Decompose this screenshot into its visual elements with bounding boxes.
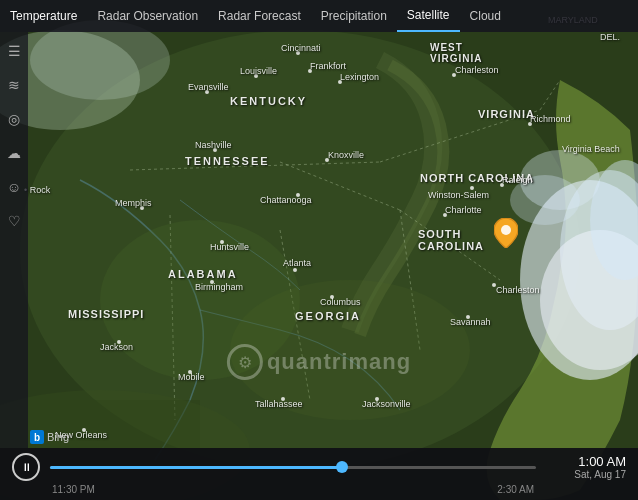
city-dot-charleston-sc — [492, 283, 496, 287]
city-dot-tallahassee — [281, 397, 285, 401]
nav-radar-forecast[interactable]: Radar Forecast — [208, 0, 311, 32]
sidebar-face-icon[interactable]: ☺ — [3, 176, 25, 198]
city-dot-charleston — [452, 73, 456, 77]
svg-point-22 — [501, 225, 511, 235]
nav-satellite[interactable]: Satellite — [397, 0, 460, 32]
city-dot-richmond — [528, 122, 532, 126]
city-dot-jackson — [117, 340, 121, 344]
city-dot-lexington — [338, 80, 342, 84]
nav-precipitation[interactable]: Precipitation — [311, 0, 397, 32]
city-dot-louisville — [254, 74, 258, 78]
timeline-track[interactable] — [50, 466, 536, 469]
city-dot-evansville — [205, 90, 209, 94]
city-dot-memphis — [140, 206, 144, 210]
top-nav: Temperature Radar Observation Radar Fore… — [0, 0, 638, 32]
city-dot-savannah — [466, 315, 470, 319]
sidebar-favorite-icon[interactable]: ♡ — [3, 210, 25, 232]
play-pause-button[interactable]: ⏸ — [12, 453, 40, 481]
time-info: 1:00 AM Sat, Aug 17 — [546, 454, 626, 480]
nav-cloud[interactable]: Cloud — [460, 0, 511, 32]
svg-point-7 — [510, 175, 580, 225]
city-dot-cincinnati — [296, 51, 300, 55]
nav-temperature[interactable]: Temperature — [0, 0, 87, 32]
watermark: ⚙ quantrimang — [227, 344, 411, 380]
nav-radar-observation[interactable]: Radar Observation — [87, 0, 208, 32]
current-time-display: 1:00 AM — [546, 454, 626, 469]
sidebar-layers-icon[interactable]: ≋ — [3, 74, 25, 96]
city-dot-winstonsalem — [470, 186, 474, 190]
city-dot-frankfort — [308, 69, 312, 73]
city-dot-mobile — [188, 370, 192, 374]
current-date-display: Sat, Aug 17 — [546, 469, 626, 480]
city-dot-jacksonville — [375, 397, 379, 401]
city-dot-birmingham — [210, 280, 214, 284]
sidebar-menu-icon[interactable]: ☰ — [3, 40, 25, 62]
timeline-thumb[interactable] — [336, 461, 348, 473]
bing-logo-icon: b — [30, 430, 44, 444]
city-dot-charlotte — [443, 213, 447, 217]
timeline-labels: 11:30 PM 2:30 AM — [12, 484, 626, 495]
city-dot-nashville — [213, 148, 217, 152]
timeline-fill — [50, 466, 342, 469]
sidebar-target-icon[interactable]: ◎ — [3, 108, 25, 130]
city-dot-columbus — [330, 295, 334, 299]
svg-point-9 — [30, 20, 170, 100]
location-pin[interactable] — [494, 218, 518, 252]
city-dot-raleigh — [500, 183, 504, 187]
timeline-container[interactable] — [50, 457, 536, 477]
bing-logo: b Bing — [30, 430, 69, 444]
city-dot-huntsville — [220, 240, 224, 244]
city-dot-atlanta — [293, 268, 297, 272]
left-sidebar: ☰ ≋ ◎ ☁ ☺ ♡ — [0, 32, 28, 448]
map-container: KENTUCKY WESTVIRGINIA VIRGINIA TENNESSEE… — [0, 0, 638, 500]
bottom-bar: ⏸ 1:00 AM Sat, Aug 17 11:30 PM 2:30 AM — [0, 448, 638, 500]
city-dot-chattanooga — [296, 193, 300, 197]
city-dot-neworleans — [82, 428, 86, 432]
city-dot-knoxville — [325, 158, 329, 162]
time-label-start: 11:30 PM — [52, 484, 95, 495]
time-label-end: 2:30 AM — [497, 484, 534, 495]
bing-logo-text: Bing — [47, 431, 69, 443]
sidebar-cloud-icon[interactable]: ☁ — [3, 142, 25, 164]
